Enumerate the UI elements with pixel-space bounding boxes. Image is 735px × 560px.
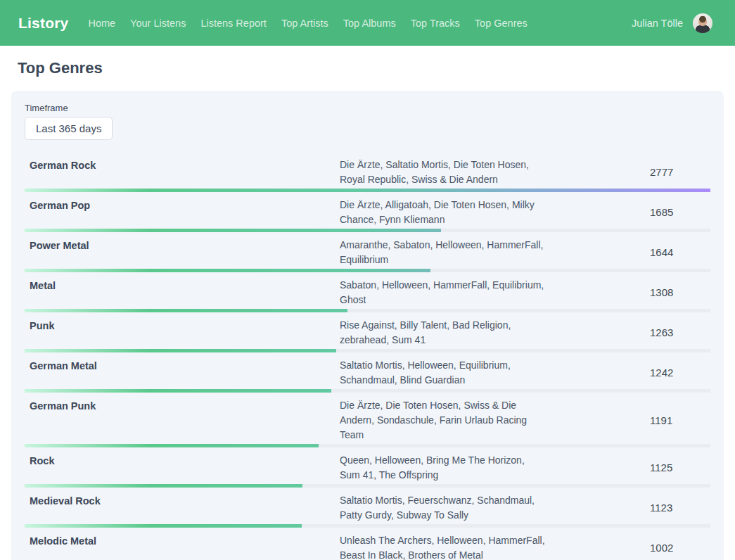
- genre-artists: Die Ärzte, Saltatio Mortis, Die Toten Ho…: [340, 157, 545, 187]
- page-title: Top Genres: [18, 59, 735, 77]
- nav-item-top-albums[interactable]: Top Albums: [343, 18, 396, 29]
- genre-artists: Saltatio Mortis, Helloween, Equilibrium,…: [340, 357, 545, 388]
- genre-count: 1123: [545, 502, 710, 514]
- genre-artists: Unleash The Archers, Helloween, HammerFa…: [340, 533, 545, 560]
- brand-logo[interactable]: Listory: [18, 15, 68, 32]
- timeframe-label: Timeframe: [25, 103, 710, 113]
- nav-item-top-genres[interactable]: Top Genres: [475, 18, 528, 29]
- user-menu[interactable]: Julian Tölle: [632, 13, 712, 33]
- genre-row: Metal Sabaton, Helloween, HammerFall, Eq…: [25, 272, 710, 312]
- timeframe-select[interactable]: Last 365 days: [25, 117, 113, 140]
- genre-count: 1125: [545, 462, 710, 473]
- genre-artists: Die Ärzte, Die Toten Hosen, Swiss & Die …: [340, 397, 545, 443]
- genre-row: German Metal Saltatio Mortis, Helloween,…: [25, 352, 710, 393]
- genre-name: Power Metal: [25, 237, 340, 251]
- genre-row: German Rock Die Ärzte, Saltatio Mortis, …: [25, 152, 710, 192]
- genre-artists: Queen, Helloween, Bring Me The Horizon, …: [340, 452, 545, 483]
- genre-row: Punk Rise Against, Billy Talent, Bad Rel…: [25, 312, 710, 352]
- genre-name: German Rock: [25, 157, 340, 171]
- nav-links: Home Your Listens Listens Report Top Art…: [88, 18, 542, 29]
- genre-count: 1685: [545, 206, 710, 218]
- nav-item-home[interactable]: Home: [88, 18, 115, 29]
- genre-artists: Die Ärzte, Alligatoah, Die Toten Hosen, …: [340, 197, 545, 227]
- genre-name: Metal: [25, 277, 340, 291]
- genre-count: 2777: [545, 166, 710, 178]
- nav-item-your-listens[interactable]: Your Listens: [130, 18, 186, 29]
- nav-item-listens-report[interactable]: Listens Report: [200, 18, 267, 29]
- genre-count: 1242: [545, 367, 710, 378]
- genre-row: German Pop Die Ärzte, Alligatoah, Die To…: [25, 192, 710, 232]
- genre-artists: Rise Against, Billy Talent, Bad Religion…: [340, 317, 545, 348]
- genre-name: Rock: [25, 452, 340, 466]
- genre-name: Medieval Rock: [25, 492, 340, 507]
- genre-row: Melodic Metal Unleash The Archers, Hello…: [25, 528, 710, 560]
- genre-count: 1308: [545, 286, 710, 298]
- genre-count: 1002: [545, 542, 710, 554]
- genre-row: Power Metal Amaranthe, Sabaton, Hellowee…: [25, 232, 710, 272]
- genre-row: German Punk Die Ärzte, Die Toten Hosen, …: [25, 393, 710, 447]
- genre-name: German Punk: [25, 397, 340, 412]
- genre-name: Melodic Metal: [25, 533, 340, 547]
- genre-count: 1644: [545, 246, 710, 258]
- genre-row: Rock Queen, Helloween, Bring Me The Hori…: [25, 447, 710, 488]
- genre-count: 1191: [545, 414, 710, 426]
- genre-artists: Saltatio Mortis, Feuerschwanz, Schandmau…: [340, 492, 545, 523]
- genre-artists: Amaranthe, Sabaton, Helloween, HammerFal…: [340, 237, 545, 267]
- genre-artists: Sabaton, Helloween, HammerFall, Equilibr…: [340, 277, 545, 307]
- user-avatar[interactable]: [693, 13, 712, 33]
- genre-list: German Rock Die Ärzte, Saltatio Mortis, …: [25, 152, 710, 560]
- navbar: Listory Home Your Listens Listens Report…: [0, 0, 735, 46]
- genre-name: German Metal: [25, 357, 340, 371]
- top-genres-panel: Timeframe Last 365 days German Rock Die …: [11, 91, 724, 560]
- genre-count: 1263: [545, 326, 710, 338]
- user-name: Julian Tölle: [632, 18, 683, 29]
- nav-item-top-artists[interactable]: Top Artists: [281, 18, 328, 29]
- genre-name: German Pop: [25, 197, 340, 211]
- nav-item-top-tracks[interactable]: Top Tracks: [411, 18, 460, 29]
- genre-row: Medieval Rock Saltatio Mortis, Feuerschw…: [25, 488, 710, 528]
- genre-name: Punk: [25, 317, 340, 331]
